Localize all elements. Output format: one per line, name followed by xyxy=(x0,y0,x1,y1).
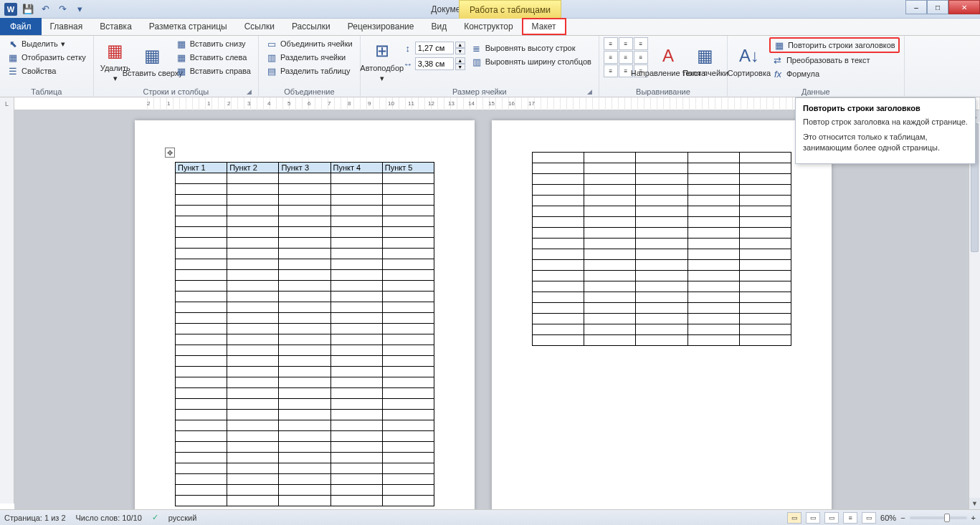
document-table-continued[interactable] xyxy=(532,152,791,346)
table-cell[interactable] xyxy=(176,496,227,506)
table-row[interactable] xyxy=(533,196,791,206)
table-cell[interactable] xyxy=(688,303,739,314)
table-cell[interactable] xyxy=(533,260,584,271)
table-cell[interactable] xyxy=(739,206,791,217)
table-cell[interactable] xyxy=(688,260,739,271)
table-row[interactable] xyxy=(533,324,791,335)
table-cell[interactable] xyxy=(739,174,791,185)
zoom-slider[interactable] xyxy=(910,516,967,519)
table-cell[interactable] xyxy=(279,410,330,420)
table-cell[interactable] xyxy=(739,185,791,196)
align-top-left[interactable]: ≡ xyxy=(604,37,618,50)
view-gridlines-button[interactable]: ▦Отобразить сетку xyxy=(4,51,89,64)
table-cell[interactable] xyxy=(330,485,382,496)
table-cell[interactable] xyxy=(279,356,330,367)
table-row[interactable] xyxy=(176,249,434,259)
tab-view[interactable]: Вид xyxy=(422,18,455,35)
table-row[interactable] xyxy=(533,249,791,260)
table-cell[interactable] xyxy=(330,420,382,431)
table-cell[interactable] xyxy=(533,335,584,346)
table-row[interactable] xyxy=(176,270,434,281)
table-cell[interactable] xyxy=(739,153,791,163)
table-row[interactable] xyxy=(176,313,434,324)
view-print-layout[interactable]: ▭ xyxy=(787,512,801,524)
table-cell[interactable] xyxy=(176,420,227,431)
tab-home[interactable]: Главная xyxy=(42,18,92,35)
table-row[interactable] xyxy=(176,324,434,334)
align-middle-center[interactable]: ≡ xyxy=(619,51,633,64)
table-cell[interactable] xyxy=(636,292,688,303)
table-cell[interactable] xyxy=(330,399,382,410)
table-cell[interactable] xyxy=(584,271,636,281)
table-row[interactable] xyxy=(176,292,434,302)
table-cell[interactable] xyxy=(279,206,330,216)
zoom-level[interactable]: 60% xyxy=(880,514,896,522)
table-cell[interactable] xyxy=(382,238,434,249)
split-cells-button[interactable]: ▥Разделить ячейки xyxy=(263,51,356,64)
table-cell[interactable] xyxy=(279,259,330,270)
table-cell[interactable] xyxy=(533,303,584,314)
table-cell[interactable] xyxy=(688,153,739,163)
table-cell[interactable] xyxy=(227,334,279,345)
table-cell[interactable] xyxy=(279,334,330,345)
table-cell[interactable] xyxy=(382,195,434,206)
table-row[interactable] xyxy=(176,227,434,238)
table-cell[interactable] xyxy=(330,367,382,377)
table-cell[interactable] xyxy=(382,399,434,410)
tab-review[interactable]: Рецензирование xyxy=(339,18,423,35)
table-cell[interactable] xyxy=(533,185,584,196)
col-width-input[interactable] xyxy=(415,57,454,70)
save-button[interactable]: 💾 xyxy=(20,2,36,16)
table-cell[interactable] xyxy=(382,463,434,474)
table-cell[interactable] xyxy=(330,431,382,442)
file-tab[interactable]: Файл xyxy=(0,18,42,35)
table-cell[interactable] xyxy=(227,377,279,388)
table-cell[interactable] xyxy=(533,281,584,292)
table-cell[interactable] xyxy=(227,356,279,367)
table-cell[interactable] xyxy=(382,474,434,485)
table-cell[interactable] xyxy=(382,206,434,216)
table-cell[interactable] xyxy=(688,228,739,239)
table-cell[interactable] xyxy=(227,302,279,313)
col-width-spinner[interactable]: ↔ ▲▼ xyxy=(402,57,465,70)
table-cell[interactable] xyxy=(688,281,739,292)
table-cell[interactable] xyxy=(636,185,688,196)
table-cell[interactable] xyxy=(584,174,636,185)
table-cell[interactable] xyxy=(330,206,382,216)
table-cell[interactable] xyxy=(584,239,636,249)
table-cell[interactable] xyxy=(382,420,434,431)
table-header-cell[interactable]: Пункт 3 xyxy=(279,163,330,173)
table-row[interactable] xyxy=(176,431,434,442)
table-cell[interactable] xyxy=(176,216,227,227)
table-cell[interactable] xyxy=(330,474,382,485)
table-cell[interactable] xyxy=(176,324,227,334)
align-top-center[interactable]: ≡ xyxy=(619,37,633,50)
table-cell[interactable] xyxy=(330,463,382,474)
table-cell[interactable] xyxy=(279,238,330,249)
table-cell[interactable] xyxy=(176,292,227,302)
status-page[interactable]: Страница: 1 из 2 xyxy=(4,514,66,522)
table-cell[interactable] xyxy=(279,377,330,388)
table-cell[interactable] xyxy=(533,174,584,185)
table-row[interactable] xyxy=(176,195,434,206)
table-cell[interactable] xyxy=(533,314,584,324)
tab-design[interactable]: Конструктор xyxy=(455,18,521,35)
table-row[interactable] xyxy=(533,239,791,249)
table-row[interactable] xyxy=(533,174,791,185)
align-top-right[interactable]: ≡ xyxy=(634,37,648,50)
table-cell[interactable] xyxy=(176,238,227,249)
table-row[interactable] xyxy=(176,345,434,356)
table-header-cell[interactable]: Пункт 2 xyxy=(227,163,279,173)
table-cell[interactable] xyxy=(739,303,791,314)
table-cell[interactable] xyxy=(227,367,279,377)
table-cell[interactable] xyxy=(739,260,791,271)
table-cell[interactable] xyxy=(688,196,739,206)
table-cell[interactable] xyxy=(584,281,636,292)
table-cell[interactable] xyxy=(739,217,791,228)
table-cell[interactable] xyxy=(227,259,279,270)
table-cell[interactable] xyxy=(636,196,688,206)
table-cell[interactable] xyxy=(176,474,227,485)
table-cell[interactable] xyxy=(382,292,434,302)
row-height-input[interactable] xyxy=(415,42,454,54)
table-cell[interactable] xyxy=(330,292,382,302)
